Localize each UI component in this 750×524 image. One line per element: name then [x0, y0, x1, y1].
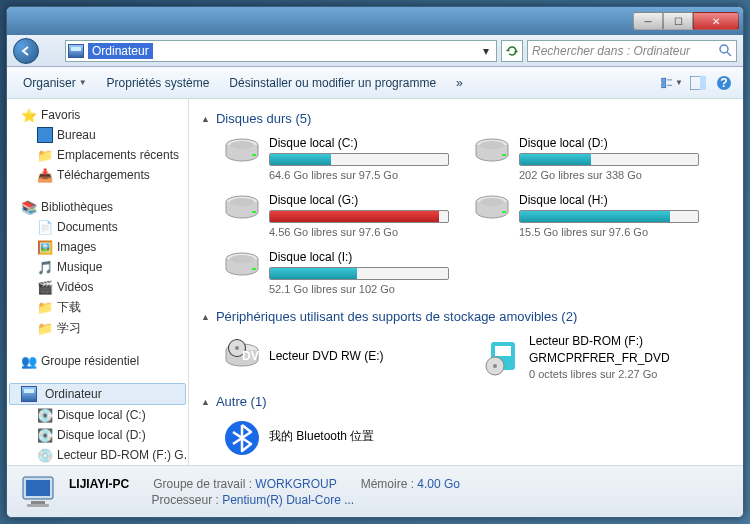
drive-free-text: 64.6 Go libres sur 97.5 Go — [269, 169, 449, 181]
drive-name: Disque local (I:) — [269, 250, 449, 264]
homegroup-icon: 👥 — [21, 353, 37, 369]
svg-rect-2 — [662, 83, 666, 87]
minimize-button[interactable]: ─ — [633, 12, 663, 30]
search-input[interactable]: Rechercher dans : Ordinateur — [527, 40, 737, 62]
sidebar-item-videos[interactable]: 🎬Vidéos — [7, 277, 188, 297]
close-button[interactable]: ✕ — [693, 12, 739, 30]
recent-icon: 📁 — [37, 147, 53, 163]
usage-bar — [519, 153, 699, 166]
refresh-button[interactable] — [501, 40, 523, 62]
view-options-button[interactable]: ▼ — [661, 72, 683, 94]
computer-large-icon — [17, 471, 59, 513]
sidebar-item-bdrom[interactable]: 💿Lecteur BD-ROM (F:) G... — [7, 445, 188, 465]
hard-drive-icon — [223, 250, 261, 282]
section-removable[interactable]: ▲Périphériques utilisant des supports de… — [193, 305, 739, 328]
dvd-drive-icon: DVD — [223, 338, 261, 376]
device-name: Lecteur BD-ROM (F:) — [529, 334, 719, 348]
arrow-right-icon — [42, 45, 54, 57]
memory-value: 4.00 Go — [417, 477, 460, 491]
cpu-value: Pentium(R) Dual-Core ... — [222, 493, 354, 507]
drive-item[interactable]: Disque local (D:)202 Go libres sur 338 G… — [471, 134, 701, 183]
image-icon: 🖼️ — [37, 239, 53, 255]
svg-point-17 — [480, 198, 504, 206]
svg-rect-34 — [31, 501, 45, 504]
back-button[interactable] — [13, 38, 39, 64]
device-label: GRMCPRFRER_FR_DVD — [529, 351, 719, 365]
drive-item[interactable]: Disque local (G:)4.56 Go libres sur 97.6… — [221, 191, 451, 240]
drive-item[interactable]: Disque local (I:)52.1 Go libres sur 102 … — [221, 248, 451, 297]
help-button[interactable]: ? — [713, 72, 735, 94]
organize-button[interactable]: Organiser▼ — [15, 72, 95, 94]
uninstall-program-button[interactable]: Désinstaller ou modifier un programme — [221, 72, 444, 94]
folder-icon: 📁 — [37, 300, 53, 316]
arrow-left-icon — [20, 45, 32, 57]
sidebar-item-documents[interactable]: 📄Documents — [7, 217, 188, 237]
drive-item[interactable]: Disque local (C:)64.6 Go libres sur 97.5… — [221, 134, 451, 183]
usage-bar — [269, 267, 449, 280]
section-hard-drives[interactable]: ▲Disques durs (5) — [193, 107, 739, 130]
homegroup[interactable]: 👥Groupe résidentiel — [7, 351, 188, 371]
other-item[interactable]: 我的 Bluetooth 位置 — [221, 417, 461, 459]
usage-bar — [269, 210, 449, 223]
toolbar-overflow[interactable]: » — [448, 72, 471, 94]
preview-pane-button[interactable] — [687, 72, 709, 94]
view-icon — [661, 76, 675, 90]
address-text: Ordinateur — [88, 43, 153, 59]
removable-item[interactable]: Lecteur BD-ROM (F:)GRMCPRFRER_FR_DVD0 oc… — [481, 332, 721, 382]
svg-rect-9 — [252, 154, 256, 156]
sidebar-item-recent[interactable]: 📁Emplacements récents — [7, 145, 188, 165]
hard-drive-icon — [473, 136, 511, 168]
sidebar-item-drive-d[interactable]: 💽Disque local (D:) — [7, 425, 188, 445]
section-other[interactable]: ▲Autre (1) — [193, 390, 739, 413]
chevron-down-icon: ▼ — [675, 78, 683, 87]
sidebar-item-images[interactable]: 🖼️Images — [7, 237, 188, 257]
drive-free-text: 15.5 Go libres sur 97.6 Go — [519, 226, 699, 238]
usage-bar — [519, 210, 699, 223]
pane-icon — [690, 76, 706, 90]
svg-point-20 — [230, 255, 254, 263]
svg-point-8 — [230, 141, 254, 149]
svg-point-0 — [720, 45, 728, 53]
sidebar-item-download-cn[interactable]: 📁下载 — [7, 297, 188, 318]
status-bar: LIJIAYI-PC Groupe de travail : WORKGROUP… — [7, 465, 743, 517]
triangle-down-icon: ▲ — [201, 114, 210, 124]
computer-group[interactable]: Ordinateur — [9, 383, 186, 405]
triangle-down-icon: ▲ — [201, 312, 210, 322]
address-input[interactable]: Ordinateur ▾ — [65, 40, 497, 62]
maximize-button[interactable]: ☐ — [663, 12, 693, 30]
svg-rect-12 — [502, 154, 506, 156]
svg-rect-21 — [252, 268, 256, 270]
svg-rect-33 — [26, 480, 50, 496]
sidebar-item-music[interactable]: 🎵Musique — [7, 257, 188, 277]
svg-text:DVD: DVD — [242, 349, 261, 363]
svg-point-30 — [493, 364, 497, 368]
desktop-icon — [37, 127, 53, 143]
bluetooth-icon — [223, 419, 261, 457]
favorites-group[interactable]: ⭐Favoris — [7, 105, 188, 125]
svg-rect-18 — [502, 211, 506, 213]
navigation-pane: ⭐Favoris Bureau 📁Emplacements récents 📥T… — [7, 99, 189, 465]
hard-drive-icon — [473, 193, 511, 225]
disc-icon: 💿 — [37, 447, 53, 463]
explorer-window: ─ ☐ ✕ Ordinateur ▾ Rechercher dans : Ord… — [6, 6, 744, 518]
address-dropdown[interactable]: ▾ — [478, 44, 494, 58]
computer-icon — [68, 44, 84, 58]
sidebar-item-downloads[interactable]: 📥Téléchargements — [7, 165, 188, 185]
system-properties-button[interactable]: Propriétés système — [99, 72, 218, 94]
content-pane: ▲Disques durs (5) Disque local (C:)64.6 … — [189, 99, 743, 465]
sidebar-item-study-cn[interactable]: 📁学习 — [7, 318, 188, 339]
svg-point-11 — [480, 141, 504, 149]
drive-name: Disque local (G:) — [269, 193, 449, 207]
drive-item[interactable]: Disque local (H:)15.5 Go libres sur 97.6… — [471, 191, 701, 240]
downloads-icon: 📥 — [37, 167, 53, 183]
drive-name: Disque local (H:) — [519, 193, 699, 207]
removable-item[interactable]: DVDLecteur DVD RW (E:) — [221, 332, 461, 382]
sidebar-item-drive-c[interactable]: 💽Disque local (C:) — [7, 405, 188, 425]
sidebar-item-desktop[interactable]: Bureau — [7, 125, 188, 145]
libraries-group[interactable]: 📚Bibliothèques — [7, 197, 188, 217]
toolbar: Organiser▼ Propriétés système Désinstall… — [7, 67, 743, 99]
svg-point-25 — [235, 346, 239, 350]
address-bar: Ordinateur ▾ Rechercher dans : Ordinateu… — [7, 35, 743, 67]
usage-bar — [269, 153, 449, 166]
computer-name: LIJIAYI-PC — [69, 477, 129, 491]
